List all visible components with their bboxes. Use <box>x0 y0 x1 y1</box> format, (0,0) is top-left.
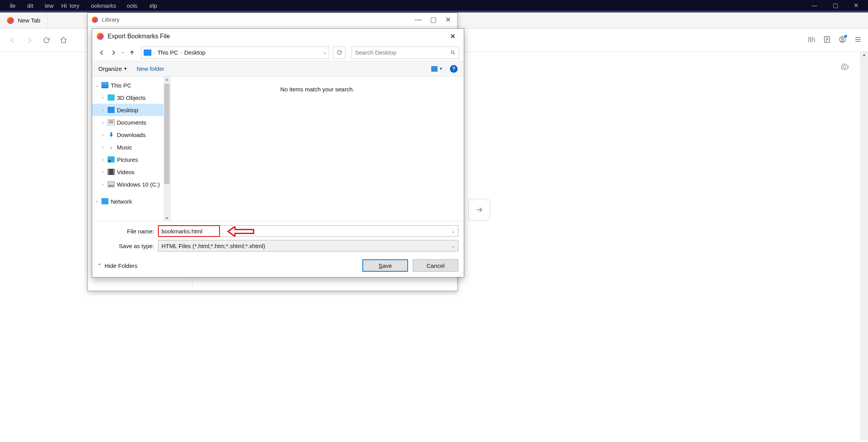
save-button[interactable]: Save <box>362 259 408 272</box>
chevron-down-icon: ▼ <box>124 67 127 71</box>
tree-downloads[interactable]: ›⬇Downloads <box>92 128 170 141</box>
chevron-down-icon[interactable]: ⌄ <box>323 50 326 55</box>
gear-icon[interactable] <box>840 63 849 72</box>
dialog-title: Export Bookmarks File <box>108 33 170 40</box>
resize-grip-icon[interactable]: ⋰ <box>458 271 463 276</box>
dialog-titlebar: Export Bookmarks File ✕ <box>92 29 464 44</box>
forward-card[interactable] <box>468 199 490 221</box>
chevron-down-icon[interactable]: ⌄ <box>451 243 455 248</box>
menu-view[interactable]: View <box>37 1 57 10</box>
forward-button[interactable] <box>23 34 36 46</box>
3d-objects-icon <box>108 94 115 101</box>
firefox-icon <box>7 17 14 24</box>
view-options-button[interactable]: ▼ <box>431 66 443 72</box>
cancel-button[interactable]: Cancel <box>413 259 458 272</box>
dialog-nav-row: › This PC › Desktop ⌄ <box>92 44 464 61</box>
pictures-icon <box>108 156 115 163</box>
savetype-label: Save as type: <box>98 243 158 249</box>
filename-input[interactable] <box>161 228 451 235</box>
library-titlebar: Library — ▢ ✕ <box>88 13 457 27</box>
downloads-icon: ⬇ <box>108 132 115 138</box>
tree-music[interactable]: ›♪Music <box>92 141 170 153</box>
search-input[interactable] <box>355 49 450 56</box>
lib-close-icon[interactable]: ✕ <box>445 15 451 24</box>
tree-pictures[interactable]: ›Pictures <box>92 153 170 166</box>
breadcrumb-bar[interactable]: › This PC › Desktop ⌄ <box>141 46 329 59</box>
content-scrollbar[interactable]: ▲ <box>860 52 868 440</box>
nav-back-button[interactable] <box>97 48 107 58</box>
minimize-icon[interactable]: — <box>808 0 821 10</box>
menu-tools[interactable]: Tools <box>120 1 141 10</box>
tree-desktop[interactable]: ›Desktop <box>92 104 170 116</box>
filename-field[interactable]: ⌄ <box>158 225 458 237</box>
folder-tree: ⌄This PC ›3D Objects ›Desktop ›Documents… <box>92 77 171 221</box>
refresh-button[interactable] <box>333 46 345 59</box>
tree-windows-c[interactable]: ›Windows 10 (C:) <box>92 178 170 190</box>
dialog-footer: File name: ⌄ Save as type: HTML Files (*… <box>92 221 464 277</box>
chevron-down-icon[interactable]: ⌄ <box>451 229 455 234</box>
nav-up-button[interactable] <box>127 48 137 58</box>
back-button[interactable] <box>6 34 19 46</box>
tree-videos[interactable]: ›Videos <box>92 166 170 178</box>
dialog-close-button[interactable]: ✕ <box>446 31 459 42</box>
account-icon[interactable] <box>839 36 846 45</box>
export-bookmarks-dialog: Export Bookmarks File ✕ › This PC › Desk… <box>92 28 464 278</box>
organize-menu[interactable]: Organize ▼ <box>98 65 127 72</box>
music-icon: ♪ <box>108 144 115 150</box>
network-icon <box>101 198 108 204</box>
menu-edit[interactable]: Edit <box>19 1 37 10</box>
help-button[interactable]: ? <box>450 65 458 73</box>
breadcrumb-leaf[interactable]: Desktop <box>184 49 206 56</box>
savetype-value: HTML Files (*.html;*.htm;*.shtml;*.xhtml… <box>161 243 265 249</box>
chevron-right-icon: › <box>180 50 182 55</box>
lib-maximize-icon[interactable]: ▢ <box>430 15 437 24</box>
library-icon[interactable] <box>808 36 815 45</box>
savetype-dropdown[interactable]: HTML Files (*.html;*.htm;*.shtml;*.xhtml… <box>158 240 458 252</box>
chevron-down-icon: ▼ <box>439 67 443 71</box>
svg-point-3 <box>451 51 454 53</box>
chevron-right-icon: › <box>154 50 155 55</box>
pc-icon <box>101 82 108 88</box>
library-title: Library <box>102 16 120 23</box>
nav-forward-button[interactable] <box>108 48 118 58</box>
menu-icon[interactable] <box>854 36 862 45</box>
breadcrumb-root[interactable]: This PC <box>158 49 178 56</box>
drive-icon <box>108 181 115 187</box>
nav-recent-dropdown[interactable] <box>120 48 125 58</box>
svg-point-2 <box>842 38 844 40</box>
desktop-icon <box>108 107 115 113</box>
close-icon[interactable]: ✕ <box>850 0 863 10</box>
menu-bookmarks[interactable]: Bookmarks <box>83 1 120 10</box>
tree-documents[interactable]: ›Documents <box>92 116 170 128</box>
home-button[interactable] <box>57 34 70 46</box>
tab-title: New Tab <box>18 17 40 24</box>
hide-folders-toggle[interactable]: ⌃Hide Folders <box>98 262 137 269</box>
firefox-menubar: File Edit View History Bookmarks Tools H… <box>0 0 868 11</box>
drive-icon <box>144 50 151 56</box>
tree-3d-objects[interactable]: ›3D Objects <box>92 91 170 104</box>
filename-label: File name: <box>98 228 158 235</box>
browser-tab[interactable]: New Tab <box>0 12 48 28</box>
search-box[interactable] <box>352 46 459 59</box>
firefox-icon <box>92 17 98 23</box>
maximize-icon[interactable]: ▢ <box>829 0 842 10</box>
firefox-icon <box>97 33 104 40</box>
menu-file[interactable]: File <box>2 1 19 10</box>
tree-network[interactable]: ›Network <box>92 195 170 207</box>
menu-history[interactable]: History <box>57 1 83 10</box>
view-icon <box>431 66 437 72</box>
file-list-pane: No items match your search. <box>171 77 464 221</box>
videos-icon <box>108 169 115 175</box>
tree-this-pc[interactable]: ⌄This PC <box>92 79 170 91</box>
tree-scrollbar[interactable]: ▲ ▼ <box>163 77 170 221</box>
lib-minimize-icon[interactable]: — <box>415 15 422 24</box>
search-icon <box>450 50 456 55</box>
reload-button[interactable] <box>40 34 53 46</box>
dialog-toolbar: Organize ▼ New folder ▼ ? <box>92 61 464 77</box>
new-folder-button[interactable]: New folder <box>137 65 165 72</box>
documents-icon <box>108 119 115 125</box>
menu-help[interactable]: Help <box>141 1 161 10</box>
reader-icon[interactable] <box>823 36 831 45</box>
empty-state-text: No items match your search. <box>280 86 354 93</box>
